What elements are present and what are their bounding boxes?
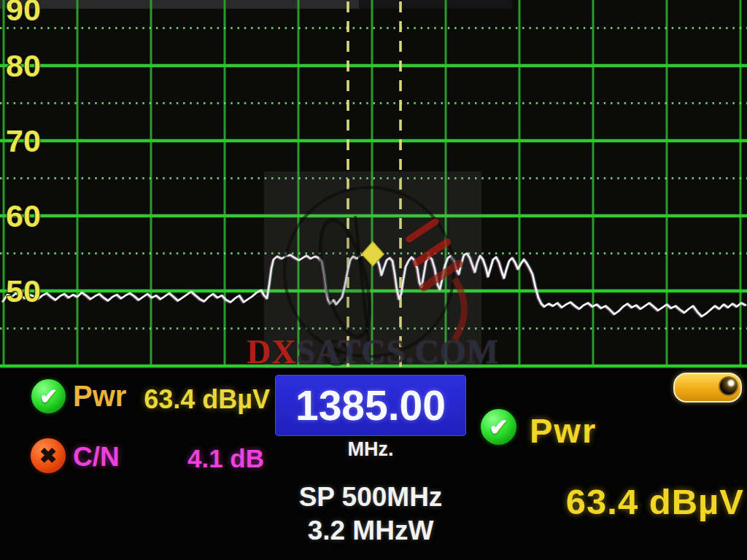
cn-fail-cross-icon: ✖ <box>31 438 66 473</box>
marker-diamond-icon <box>362 242 384 266</box>
big-pwr-ok-check-icon: ✔ <box>481 409 516 445</box>
cn-value: 4.1 dB <box>139 444 264 473</box>
battery-cap <box>719 376 738 396</box>
big-pwr-label: Pwr <box>530 411 597 451</box>
spectrum-chart: 9080706050 <box>0 0 747 369</box>
battery-icon <box>673 373 742 402</box>
big-pwr-value: 63.4 dBµV <box>502 481 744 522</box>
center-frequency-field[interactable]: 1385.00 <box>275 375 466 436</box>
y-axis-tick-label: 90 <box>6 0 41 27</box>
pwr-ok-check-icon: ✔ <box>31 379 66 413</box>
y-axis-tick-label: 50 <box>6 273 41 308</box>
bandwidth-readout: 3.2 MHzW <box>275 516 466 546</box>
frequency-unit: MHz. <box>275 438 466 461</box>
cn-label: C/N <box>73 442 120 472</box>
y-axis-tick-label: 70 <box>6 123 41 158</box>
pwr-value: 63.4 dBµV <box>135 384 270 415</box>
meter-screen: 9080706050 DXSATCS.COM ✔ Pwr 63.4 dBµV 1… <box>0 0 747 560</box>
pwr-label: Pwr <box>73 380 126 413</box>
y-axis-tick-label: 80 <box>6 48 41 83</box>
span-readout: SP 500MHz <box>275 482 466 513</box>
frequency-value: 1385.00 <box>295 381 446 429</box>
cross-glyph: ✖ <box>39 443 57 468</box>
check-glyph: ✔ <box>489 413 508 441</box>
check-glyph: ✔ <box>39 384 58 409</box>
y-axis-tick-label: 60 <box>6 198 41 233</box>
